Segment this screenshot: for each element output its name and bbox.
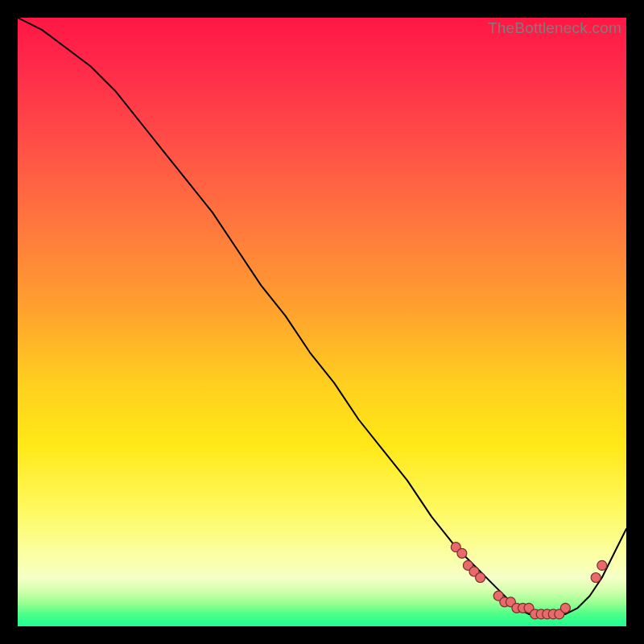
marker-dot: [560, 603, 570, 613]
marker-group: [451, 543, 607, 619]
marker-dot: [591, 573, 601, 583]
bottleneck-curve: [18, 18, 626, 614]
curve-svg: [18, 18, 626, 626]
marker-dot: [476, 573, 485, 583]
chart-canvas: TheBottleneck.com: [0, 0, 644, 644]
marker-dot: [457, 548, 467, 558]
plot-area: TheBottleneck.com: [18, 18, 626, 626]
marker-dot: [597, 560, 607, 570]
